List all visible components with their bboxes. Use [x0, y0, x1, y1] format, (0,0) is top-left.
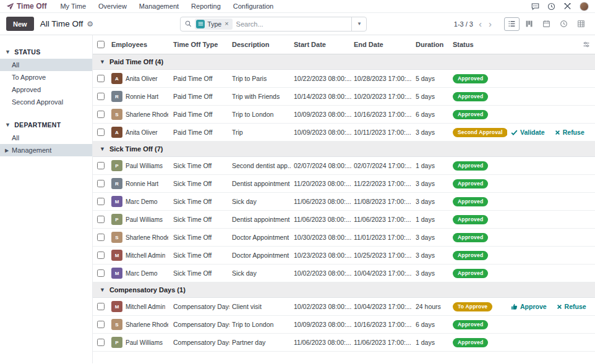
row-checkbox[interactable] [97, 234, 105, 241]
status-section: ▼ STATUS All To Approve Approved Second … [0, 46, 92, 108]
column-header-time-off-type[interactable]: Time Off Type [171, 41, 229, 48]
sidebar-item-second-approval[interactable]: Second Approval [0, 96, 92, 108]
sidebar-item-to-approve[interactable]: To Approve [0, 71, 92, 83]
column-header-start-date[interactable]: Start Date [291, 41, 351, 48]
group-header-row[interactable]: ▼ Paid Time Off (4) [93, 54, 595, 70]
column-header-status[interactable]: Status [450, 41, 507, 48]
table-row[interactable]: M Mitchell Admin Sick Time Off Doctor Ap… [93, 247, 595, 265]
row-checkbox[interactable] [97, 93, 105, 100]
time-off-type-cell: Compensatory Days [171, 339, 229, 346]
sidebar-item-all-department[interactable]: All [0, 132, 92, 144]
row-checkbox[interactable] [97, 162, 105, 169]
table-row[interactable]: A Anita Oliver Paid Time Off Trip to Par… [93, 70, 595, 88]
pager-next-icon[interactable]: › [487, 19, 493, 28]
table-row[interactable]: S Sharlene Rhodes Compensatory Days Trip… [93, 316, 595, 334]
table-row[interactable]: R Ronnie Hart Sick Time Off Dentist appo… [93, 175, 595, 193]
employee-name: Marc Demo [126, 198, 158, 205]
pager-previous-icon[interactable]: ‹ [477, 19, 483, 28]
select-all-checkbox[interactable] [97, 41, 105, 48]
section-title: STATUS [14, 48, 40, 56]
duration-cell: 3 days [413, 129, 450, 136]
row-checkbox[interactable] [97, 321, 105, 328]
end-date-cell: 11/06/2023 17:00:... [351, 339, 413, 346]
list-view-button[interactable] [504, 17, 520, 31]
refuse-button[interactable]: Refuse [557, 303, 586, 310]
column-header-description[interactable]: Description [229, 41, 291, 48]
pager-range[interactable]: 1-3 / 3 [454, 20, 473, 28]
table-row[interactable]: P Paul Williams Sick Time Off Second den… [93, 157, 595, 175]
column-header-end-date[interactable]: End Date [351, 41, 413, 48]
end-date-cell: 10/11/2023 17:00:... [351, 129, 413, 136]
employee-name: Sharlene Rhodes [126, 111, 168, 118]
menu-item-overview[interactable]: Overview [98, 2, 127, 10]
kanban-view-button[interactable] [521, 17, 537, 31]
row-checkbox[interactable] [97, 269, 105, 277]
row-checkbox[interactable] [97, 216, 105, 223]
row-checkbox[interactable] [97, 75, 105, 82]
table-row[interactable]: A Anita Oliver Paid Time Off Trip 10/09/… [93, 124, 595, 142]
menu-item-reporting[interactable]: Reporting [191, 2, 221, 10]
row-checkbox[interactable] [97, 198, 105, 205]
menu-item-management[interactable]: Management [139, 2, 179, 10]
caret-down-icon: ▼ [5, 49, 11, 55]
time-off-type-cell: Sick Time Off [171, 198, 229, 205]
row-checkbox[interactable] [97, 303, 105, 310]
table-row[interactable]: M Marc Demo Sick Time Off Sick day 11/06… [93, 193, 595, 211]
messages-icon[interactable] [531, 2, 539, 11]
facet-remove-icon[interactable]: × [224, 20, 229, 27]
validate-button[interactable]: Validate [511, 129, 545, 136]
group-by-icon [196, 20, 205, 28]
search-bar[interactable]: Type × ▼ [180, 17, 367, 32]
optional-columns-icon[interactable] [583, 41, 590, 48]
tools-icon[interactable] [563, 2, 571, 11]
status-badge: Approved [453, 215, 488, 224]
sidebar-item-all-status[interactable]: All [0, 59, 92, 71]
sidebar-item-approved[interactable]: Approved [0, 83, 92, 96]
employee-avatar: M [111, 196, 122, 207]
table-row[interactable]: M Marc Demo Sick Time Off Sick day 10/02… [93, 265, 595, 282]
status-section-header[interactable]: ▼ STATUS [0, 46, 92, 59]
row-actions: ApproveRefuse [507, 303, 595, 310]
approve-button[interactable]: Approve [511, 303, 547, 310]
menu-item-my-time[interactable]: My Time [60, 2, 86, 10]
row-checkbox[interactable] [97, 111, 105, 118]
row-checkbox[interactable] [97, 339, 105, 346]
row-checkbox[interactable] [97, 252, 105, 259]
department-section-header[interactable]: ▼ DEPARTMENT [0, 119, 92, 132]
table-row[interactable]: R Ronnie Hart Paid Time Off Trip with Fr… [93, 88, 595, 106]
sidebar-item-management[interactable]: ▶ Management [0, 144, 92, 156]
user-avatar[interactable] [580, 2, 589, 11]
app-brand[interactable]: Time Off [6, 2, 46, 11]
end-date-cell: 11/06/2023 17:00:... [351, 216, 413, 223]
time-off-type-cell: Paid Time Off [171, 75, 229, 82]
time-off-type-cell: Sick Time Off [171, 234, 229, 241]
gear-icon[interactable]: ⚙ [87, 20, 93, 28]
search-dropdown-icon[interactable]: ▼ [351, 17, 366, 31]
table-row[interactable]: S Sharlene Rhodes Paid Time Off Trip to … [93, 106, 595, 124]
new-button[interactable]: New [6, 17, 34, 31]
duration-cell: 6 days [413, 111, 450, 118]
calendar-view-button[interactable] [539, 17, 554, 31]
table-row[interactable]: S Sharlene Rhodes Sick Time Off Doctor A… [93, 229, 595, 247]
search-input[interactable] [233, 20, 352, 28]
refuse-button[interactable]: Refuse [555, 129, 584, 136]
grid-view-button[interactable] [573, 17, 589, 31]
table-row[interactable]: M Mitchell Admin Compensatory Days Clien… [93, 298, 595, 316]
table-row[interactable]: P Paul Williams Sick Time Off Dentist ap… [93, 211, 595, 229]
activity-view-button[interactable] [556, 17, 571, 31]
employee-name: Ronnie Hart [126, 93, 158, 100]
row-checkbox[interactable] [97, 129, 105, 136]
search-facet-type[interactable]: Type × [195, 19, 232, 30]
column-header-employees[interactable]: Employees [109, 41, 171, 48]
menu-item-configuration[interactable]: Configuration [233, 2, 273, 10]
column-header-duration[interactable]: Duration [413, 41, 450, 48]
row-checkbox[interactable] [97, 180, 105, 187]
status-badge: Approved [453, 233, 488, 242]
table-row[interactable]: P Paul Williams Compensatory Days Partne… [93, 334, 595, 352]
group-header-row[interactable]: ▼ Sick Time Off (7) [93, 142, 595, 157]
description-cell: Partner day [229, 339, 291, 346]
action-label: Validate [520, 129, 545, 136]
group-header-row[interactable]: ▼ Compensatory Days (1) [93, 282, 595, 298]
activities-clock-icon[interactable] [547, 2, 555, 11]
employee-avatar: M [111, 268, 122, 279]
